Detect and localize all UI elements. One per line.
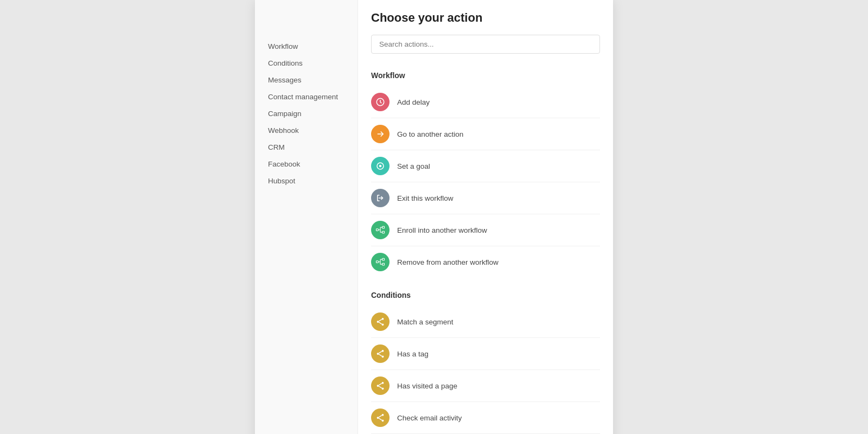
svg-point-35 (377, 417, 379, 419)
main-content: Choose your action WorkflowAdd delayGo t… (358, 0, 613, 434)
section-conditions: ConditionsMatch a segmentHas a tagHas vi… (371, 291, 600, 434)
section-title-1: Conditions (371, 291, 600, 299)
svg-rect-14 (382, 263, 385, 265)
svg-point-26 (382, 355, 384, 358)
action-item-remove-from-another-workflow[interactable]: Remove from another workflow (371, 246, 600, 278)
section-workflow: WorkflowAdd delayGo to another actionSet… (371, 71, 600, 278)
action-label-3: Check email activity (397, 414, 462, 422)
action-label-4: Enroll into another workflow (397, 226, 487, 234)
sidebar-item-contact-management[interactable]: Contact management (255, 88, 358, 105)
svg-rect-6 (382, 226, 385, 228)
sidebar-item-facebook[interactable]: Facebook (255, 156, 358, 173)
arrow-icon (371, 125, 390, 143)
page-title: Choose your action (371, 11, 600, 25)
svg-line-22 (379, 320, 381, 322)
action-item-check-email-activity[interactable]: Check email activity (371, 402, 600, 434)
action-label-1: Has a tag (397, 350, 429, 358)
modal-container: WorkflowConditionsMessagesContact manage… (255, 0, 613, 434)
share-icon (371, 344, 390, 363)
action-label-5: Remove from another workflow (397, 258, 499, 266)
action-label-3: Exit this workflow (397, 194, 454, 202)
svg-point-29 (382, 382, 384, 384)
svg-line-38 (379, 418, 381, 420)
sidebar-item-workflow[interactable]: Workflow (255, 38, 358, 55)
svg-line-23 (379, 322, 381, 324)
svg-point-19 (382, 318, 384, 320)
exit-icon (371, 189, 390, 207)
svg-point-20 (377, 321, 379, 323)
svg-point-30 (377, 385, 379, 387)
page-background: WorkflowConditionsMessagesContact manage… (0, 0, 868, 434)
sidebar-item-messages[interactable]: Messages (255, 72, 358, 88)
sidebar-item-hubspot[interactable]: Hubspot (255, 173, 358, 189)
action-label-2: Has visited a page (397, 382, 457, 390)
svg-point-31 (382, 387, 384, 390)
action-item-match-a-segment[interactable]: Match a segment (371, 306, 600, 338)
sidebar: WorkflowConditionsMessagesContact manage… (255, 0, 358, 434)
sidebar-item-webhook[interactable]: Webhook (255, 122, 358, 139)
share-icon (371, 409, 390, 427)
svg-line-27 (379, 352, 381, 354)
action-item-has-visited-a-page[interactable]: Has visited a page (371, 370, 600, 402)
svg-line-28 (379, 354, 381, 356)
sidebar-item-campaign[interactable]: Campaign (255, 105, 358, 122)
workflow2-icon (371, 253, 390, 271)
svg-point-3 (379, 165, 382, 168)
svg-rect-12 (376, 261, 379, 263)
sidebar-item-crm[interactable]: CRM (255, 139, 358, 156)
sidebar-item-conditions[interactable]: Conditions (255, 55, 358, 72)
action-label-0: Add delay (397, 98, 430, 106)
svg-rect-5 (376, 229, 379, 231)
action-label-1: Go to another action (397, 130, 463, 138)
section-title-0: Workflow (371, 71, 600, 80)
workflow-icon (371, 221, 390, 239)
sections-container: WorkflowAdd delayGo to another actionSet… (371, 71, 600, 434)
action-item-set-a-goal[interactable]: Set a goal (371, 150, 600, 182)
action-item-enroll-into-another-workflow[interactable]: Enroll into another workflow (371, 214, 600, 246)
action-list-0: Add delayGo to another actionSet a goalE… (371, 86, 600, 278)
svg-point-36 (382, 419, 384, 422)
svg-line-33 (379, 386, 381, 388)
svg-point-21 (382, 323, 384, 326)
svg-point-25 (377, 353, 379, 355)
svg-rect-7 (382, 231, 385, 233)
target-icon (371, 157, 390, 175)
action-item-add-delay[interactable]: Add delay (371, 86, 600, 118)
share-icon (371, 312, 390, 331)
svg-line-32 (379, 384, 381, 386)
svg-rect-13 (382, 258, 385, 260)
svg-point-34 (382, 414, 384, 416)
action-item-has-a-tag[interactable]: Has a tag (371, 338, 600, 370)
search-input[interactable] (371, 35, 600, 54)
action-label-0: Match a segment (397, 318, 454, 326)
clock-icon (371, 93, 390, 111)
action-item-go-to-another-action[interactable]: Go to another action (371, 118, 600, 150)
action-list-1: Match a segmentHas a tagHas visited a pa… (371, 306, 600, 434)
share-icon (371, 376, 390, 395)
svg-point-24 (382, 350, 384, 352)
action-item-exit-this-workflow[interactable]: Exit this workflow (371, 182, 600, 214)
svg-line-37 (379, 416, 381, 418)
action-label-2: Set a goal (397, 162, 430, 170)
